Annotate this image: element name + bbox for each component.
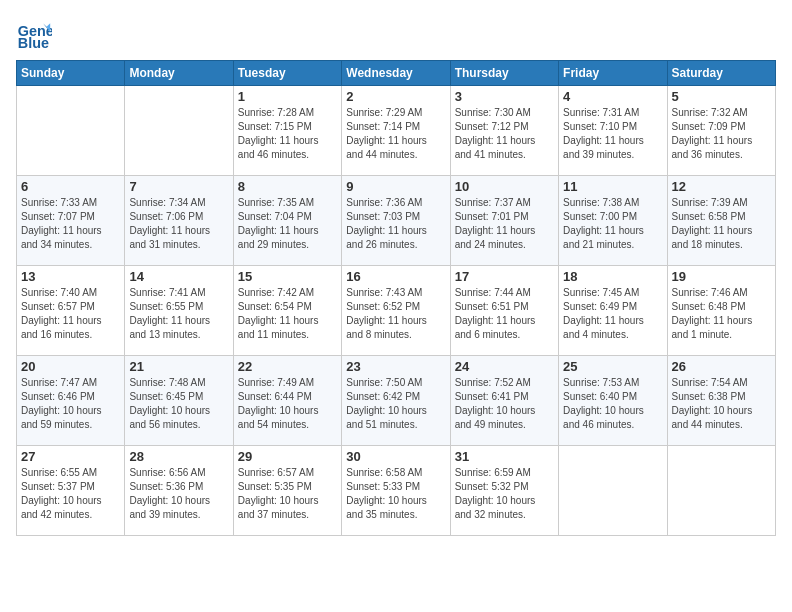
calendar-cell [559, 446, 667, 536]
day-number: 12 [672, 179, 771, 194]
day-number: 9 [346, 179, 445, 194]
cell-content: Sunrise: 7:30 AM Sunset: 7:12 PM Dayligh… [455, 106, 554, 162]
cell-content: Sunrise: 7:52 AM Sunset: 6:41 PM Dayligh… [455, 376, 554, 432]
day-number: 24 [455, 359, 554, 374]
cell-content: Sunrise: 7:49 AM Sunset: 6:44 PM Dayligh… [238, 376, 337, 432]
day-number: 4 [563, 89, 662, 104]
day-number: 14 [129, 269, 228, 284]
day-number: 15 [238, 269, 337, 284]
calendar-cell: 23Sunrise: 7:50 AM Sunset: 6:42 PM Dayli… [342, 356, 450, 446]
day-number: 5 [672, 89, 771, 104]
calendar-cell: 25Sunrise: 7:53 AM Sunset: 6:40 PM Dayli… [559, 356, 667, 446]
cell-content: Sunrise: 7:45 AM Sunset: 6:49 PM Dayligh… [563, 286, 662, 342]
calendar-week-4: 20Sunrise: 7:47 AM Sunset: 6:46 PM Dayli… [17, 356, 776, 446]
cell-content: Sunrise: 7:47 AM Sunset: 6:46 PM Dayligh… [21, 376, 120, 432]
cell-content: Sunrise: 7:37 AM Sunset: 7:01 PM Dayligh… [455, 196, 554, 252]
day-number: 21 [129, 359, 228, 374]
calendar-cell: 26Sunrise: 7:54 AM Sunset: 6:38 PM Dayli… [667, 356, 775, 446]
cell-content: Sunrise: 7:34 AM Sunset: 7:06 PM Dayligh… [129, 196, 228, 252]
day-number: 8 [238, 179, 337, 194]
calendar-cell: 20Sunrise: 7:47 AM Sunset: 6:46 PM Dayli… [17, 356, 125, 446]
calendar-cell [667, 446, 775, 536]
day-header-thursday: Thursday [450, 61, 558, 86]
cell-content: Sunrise: 6:55 AM Sunset: 5:37 PM Dayligh… [21, 466, 120, 522]
calendar-body: 1Sunrise: 7:28 AM Sunset: 7:15 PM Daylig… [17, 86, 776, 536]
day-number: 13 [21, 269, 120, 284]
cell-content: Sunrise: 7:31 AM Sunset: 7:10 PM Dayligh… [563, 106, 662, 162]
calendar-cell: 14Sunrise: 7:41 AM Sunset: 6:55 PM Dayli… [125, 266, 233, 356]
cell-content: Sunrise: 7:35 AM Sunset: 7:04 PM Dayligh… [238, 196, 337, 252]
calendar-cell: 31Sunrise: 6:59 AM Sunset: 5:32 PM Dayli… [450, 446, 558, 536]
calendar-cell: 30Sunrise: 6:58 AM Sunset: 5:33 PM Dayli… [342, 446, 450, 536]
calendar-cell: 27Sunrise: 6:55 AM Sunset: 5:37 PM Dayli… [17, 446, 125, 536]
calendar-cell: 18Sunrise: 7:45 AM Sunset: 6:49 PM Dayli… [559, 266, 667, 356]
day-header-tuesday: Tuesday [233, 61, 341, 86]
cell-content: Sunrise: 7:42 AM Sunset: 6:54 PM Dayligh… [238, 286, 337, 342]
day-number: 23 [346, 359, 445, 374]
cell-content: Sunrise: 6:58 AM Sunset: 5:33 PM Dayligh… [346, 466, 445, 522]
cell-content: Sunrise: 7:28 AM Sunset: 7:15 PM Dayligh… [238, 106, 337, 162]
day-number: 2 [346, 89, 445, 104]
calendar-cell: 1Sunrise: 7:28 AM Sunset: 7:15 PM Daylig… [233, 86, 341, 176]
calendar-cell: 22Sunrise: 7:49 AM Sunset: 6:44 PM Dayli… [233, 356, 341, 446]
calendar-cell: 6Sunrise: 7:33 AM Sunset: 7:07 PM Daylig… [17, 176, 125, 266]
day-number: 17 [455, 269, 554, 284]
calendar-cell: 3Sunrise: 7:30 AM Sunset: 7:12 PM Daylig… [450, 86, 558, 176]
day-header-saturday: Saturday [667, 61, 775, 86]
cell-content: Sunrise: 7:48 AM Sunset: 6:45 PM Dayligh… [129, 376, 228, 432]
calendar-cell: 19Sunrise: 7:46 AM Sunset: 6:48 PM Dayli… [667, 266, 775, 356]
cell-content: Sunrise: 7:53 AM Sunset: 6:40 PM Dayligh… [563, 376, 662, 432]
cell-content: Sunrise: 6:56 AM Sunset: 5:36 PM Dayligh… [129, 466, 228, 522]
calendar-cell: 15Sunrise: 7:42 AM Sunset: 6:54 PM Dayli… [233, 266, 341, 356]
calendar-cell: 21Sunrise: 7:48 AM Sunset: 6:45 PM Dayli… [125, 356, 233, 446]
day-number: 22 [238, 359, 337, 374]
day-header-sunday: Sunday [17, 61, 125, 86]
calendar-week-2: 6Sunrise: 7:33 AM Sunset: 7:07 PM Daylig… [17, 176, 776, 266]
day-number: 1 [238, 89, 337, 104]
day-number: 19 [672, 269, 771, 284]
day-header-friday: Friday [559, 61, 667, 86]
calendar-cell [125, 86, 233, 176]
page-header: General Blue [16, 16, 776, 52]
day-number: 20 [21, 359, 120, 374]
cell-content: Sunrise: 6:57 AM Sunset: 5:35 PM Dayligh… [238, 466, 337, 522]
day-number: 25 [563, 359, 662, 374]
day-number: 29 [238, 449, 337, 464]
cell-content: Sunrise: 7:32 AM Sunset: 7:09 PM Dayligh… [672, 106, 771, 162]
calendar-cell: 13Sunrise: 7:40 AM Sunset: 6:57 PM Dayli… [17, 266, 125, 356]
logo-icon: General Blue [16, 16, 52, 52]
cell-content: Sunrise: 7:50 AM Sunset: 6:42 PM Dayligh… [346, 376, 445, 432]
calendar-cell: 9Sunrise: 7:36 AM Sunset: 7:03 PM Daylig… [342, 176, 450, 266]
day-number: 27 [21, 449, 120, 464]
day-number: 28 [129, 449, 228, 464]
calendar-cell: 8Sunrise: 7:35 AM Sunset: 7:04 PM Daylig… [233, 176, 341, 266]
calendar-cell: 24Sunrise: 7:52 AM Sunset: 6:41 PM Dayli… [450, 356, 558, 446]
calendar-cell: 12Sunrise: 7:39 AM Sunset: 6:58 PM Dayli… [667, 176, 775, 266]
cell-content: Sunrise: 7:43 AM Sunset: 6:52 PM Dayligh… [346, 286, 445, 342]
calendar-cell: 2Sunrise: 7:29 AM Sunset: 7:14 PM Daylig… [342, 86, 450, 176]
day-number: 18 [563, 269, 662, 284]
cell-content: Sunrise: 7:54 AM Sunset: 6:38 PM Dayligh… [672, 376, 771, 432]
calendar-header-row: SundayMondayTuesdayWednesdayThursdayFrid… [17, 61, 776, 86]
calendar-cell: 29Sunrise: 6:57 AM Sunset: 5:35 PM Dayli… [233, 446, 341, 536]
day-number: 26 [672, 359, 771, 374]
cell-content: Sunrise: 6:59 AM Sunset: 5:32 PM Dayligh… [455, 466, 554, 522]
calendar-cell: 28Sunrise: 6:56 AM Sunset: 5:36 PM Dayli… [125, 446, 233, 536]
calendar-cell [17, 86, 125, 176]
day-number: 6 [21, 179, 120, 194]
cell-content: Sunrise: 7:36 AM Sunset: 7:03 PM Dayligh… [346, 196, 445, 252]
day-header-monday: Monday [125, 61, 233, 86]
cell-content: Sunrise: 7:39 AM Sunset: 6:58 PM Dayligh… [672, 196, 771, 252]
cell-content: Sunrise: 7:33 AM Sunset: 7:07 PM Dayligh… [21, 196, 120, 252]
calendar-week-3: 13Sunrise: 7:40 AM Sunset: 6:57 PM Dayli… [17, 266, 776, 356]
day-header-wednesday: Wednesday [342, 61, 450, 86]
cell-content: Sunrise: 7:41 AM Sunset: 6:55 PM Dayligh… [129, 286, 228, 342]
day-number: 10 [455, 179, 554, 194]
cell-content: Sunrise: 7:38 AM Sunset: 7:00 PM Dayligh… [563, 196, 662, 252]
day-number: 3 [455, 89, 554, 104]
cell-content: Sunrise: 7:40 AM Sunset: 6:57 PM Dayligh… [21, 286, 120, 342]
day-number: 16 [346, 269, 445, 284]
logo: General Blue [16, 16, 56, 52]
day-number: 30 [346, 449, 445, 464]
svg-text:Blue: Blue [18, 35, 49, 51]
